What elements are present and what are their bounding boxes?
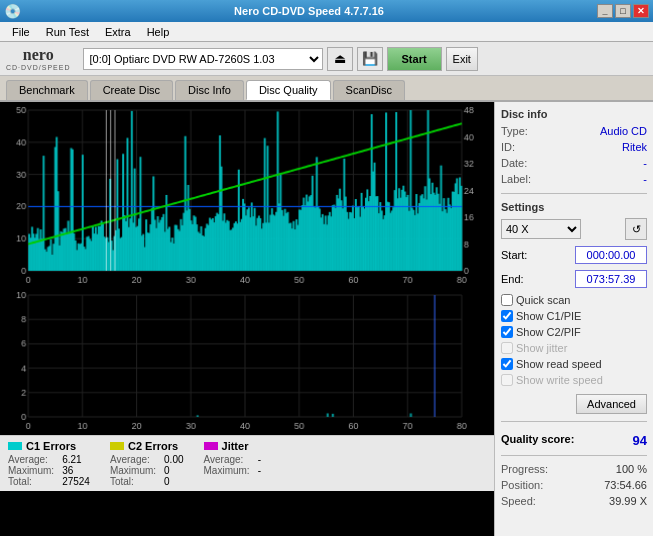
c2-legend: C2 Errors Average: 0.00 Maximum: 0 Total… — [110, 440, 184, 487]
settings-title: Settings — [501, 201, 647, 213]
progress-label: Progress: — [501, 463, 548, 475]
c1-legend: C1 Errors Average: 6.21 Maximum: 36 Tota… — [8, 440, 90, 487]
progress-row: Progress: 100 % — [501, 463, 647, 475]
close-button[interactable]: ✕ — [633, 4, 649, 18]
jitter-max-value: - — [258, 465, 261, 476]
save-button[interactable]: 💾 — [357, 47, 383, 71]
c2-avg-value: 0.00 — [164, 454, 183, 465]
start-row: Start: — [501, 246, 647, 264]
jitter-avg-label: Average: — [204, 454, 250, 465]
disc-date-label: Date: — [501, 157, 527, 169]
speed-select[interactable]: 40 X Max 4 X 8 X 16 X 24 X 32 X 48 X — [501, 219, 581, 239]
title-bar-buttons: _ □ ✕ — [597, 4, 649, 18]
show-write-speed-checkbox[interactable] — [501, 374, 513, 386]
show-read-speed-checkbox[interactable] — [501, 358, 513, 370]
show-jitter-row: Show jitter — [501, 342, 647, 354]
drive-select[interactable]: [0:0] Optiarc DVD RW AD-7260S 1.03 — [83, 48, 323, 70]
c1-label: C1 Errors — [26, 440, 76, 452]
c1-avg-value: 6.21 — [62, 454, 90, 465]
c2-color — [110, 442, 124, 450]
title-bar: 💿 Nero CD-DVD Speed 4.7.7.16 _ □ ✕ — [0, 0, 653, 22]
divider-1 — [501, 193, 647, 194]
minimize-button[interactable]: _ — [597, 4, 613, 18]
tab-scan-disc[interactable]: ScanDisc — [333, 80, 405, 100]
tab-disc-quality[interactable]: Disc Quality — [246, 80, 331, 100]
show-c2pif-checkbox[interactable] — [501, 326, 513, 338]
disc-date-row: Date: - — [501, 157, 647, 169]
disc-label-label: Label: — [501, 173, 531, 185]
quality-score-value: 94 — [633, 433, 647, 448]
chart-area: C1 Errors Average: 6.21 Maximum: 36 Tota… — [0, 102, 495, 536]
divider-2 — [501, 421, 647, 422]
start-input[interactable] — [575, 246, 647, 264]
speed-stat-row: Speed: 39.99 X — [501, 495, 647, 507]
tab-bar: Benchmark Create Disc Disc Info Disc Qua… — [0, 76, 653, 102]
legend-area: C1 Errors Average: 6.21 Maximum: 36 Tota… — [0, 435, 494, 491]
end-input[interactable] — [575, 270, 647, 288]
tab-disc-info[interactable]: Disc Info — [175, 80, 244, 100]
maximize-button[interactable]: □ — [615, 4, 631, 18]
menu-file[interactable]: File — [4, 24, 38, 40]
c2-total-label: Total: — [110, 476, 156, 487]
show-jitter-label: Show jitter — [516, 342, 567, 354]
position-label: Position: — [501, 479, 543, 491]
speed-stat-label: Speed: — [501, 495, 536, 507]
show-c1pie-label: Show C1/PIE — [516, 310, 581, 322]
jitter-color — [204, 442, 218, 450]
quick-scan-row: Quick scan — [501, 294, 647, 306]
disc-type-label: Type: — [501, 125, 528, 137]
menu-run-test[interactable]: Run Test — [38, 24, 97, 40]
quick-scan-checkbox[interactable] — [501, 294, 513, 306]
disc-info-title: Disc info — [501, 108, 647, 120]
disc-type-value: Audio CD — [600, 125, 647, 137]
toolbar: nero CD·DVD/SPEED [0:0] Optiarc DVD RW A… — [0, 42, 653, 76]
eject-button[interactable]: ⏏ — [327, 47, 353, 71]
tab-create-disc[interactable]: Create Disc — [90, 80, 173, 100]
disc-id-value: Ritek — [622, 141, 647, 153]
c1-max-value: 36 — [62, 465, 90, 476]
position-value: 73:54.66 — [604, 479, 647, 491]
c2-label: C2 Errors — [128, 440, 178, 452]
c1-avg-label: Average: — [8, 454, 54, 465]
disc-id-label: ID: — [501, 141, 515, 153]
position-row: Position: 73:54.66 — [501, 479, 647, 491]
disc-id-row: ID: Ritek — [501, 141, 647, 153]
refresh-button[interactable]: ↺ — [625, 218, 647, 240]
c1-color — [8, 442, 22, 450]
show-c1pie-checkbox[interactable] — [501, 310, 513, 322]
disc-label-row: Label: - — [501, 173, 647, 185]
disc-date-value: - — [643, 157, 647, 169]
show-c1pie-row: Show C1/PIE — [501, 310, 647, 322]
jitter-avg-value: - — [258, 454, 261, 465]
jitter-label: Jitter — [222, 440, 249, 452]
show-read-speed-row: Show read speed — [501, 358, 647, 370]
speed-stat-value: 39.99 X — [609, 495, 647, 507]
c1-total-label: Total: — [8, 476, 54, 487]
tab-benchmark[interactable]: Benchmark — [6, 80, 88, 100]
exit-button[interactable]: Exit — [446, 47, 478, 71]
jitter-max-label: Maximum: — [204, 465, 250, 476]
quick-scan-label: Quick scan — [516, 294, 570, 306]
disc-type-row: Type: Audio CD — [501, 125, 647, 137]
advanced-button[interactable]: Advanced — [576, 394, 647, 414]
show-write-speed-row: Show write speed — [501, 374, 647, 386]
logo: nero CD·DVD/SPEED — [6, 46, 71, 71]
speed-row: 40 X Max 4 X 8 X 16 X 24 X 32 X 48 X ↺ — [501, 218, 647, 240]
show-jitter-checkbox[interactable] — [501, 342, 513, 354]
show-c2pif-row: Show C2/PIF — [501, 326, 647, 338]
right-panel: Disc info Type: Audio CD ID: Ritek Date:… — [495, 102, 653, 536]
quality-score-label: Quality score: — [501, 433, 574, 448]
c1-max-label: Maximum: — [8, 465, 54, 476]
disc-label-value: - — [643, 173, 647, 185]
start-button[interactable]: Start — [387, 47, 442, 71]
title-bar-text: Nero CD-DVD Speed 4.7.7.16 — [21, 5, 597, 17]
menu-extra[interactable]: Extra — [97, 24, 139, 40]
c2-avg-label: Average: — [110, 454, 156, 465]
menu-bar: File Run Test Extra Help — [0, 22, 653, 42]
divider-3 — [501, 455, 647, 456]
show-write-speed-label: Show write speed — [516, 374, 603, 386]
show-c2pif-label: Show C2/PIF — [516, 326, 581, 338]
progress-value: 100 % — [616, 463, 647, 475]
menu-help[interactable]: Help — [139, 24, 178, 40]
show-read-speed-label: Show read speed — [516, 358, 602, 370]
